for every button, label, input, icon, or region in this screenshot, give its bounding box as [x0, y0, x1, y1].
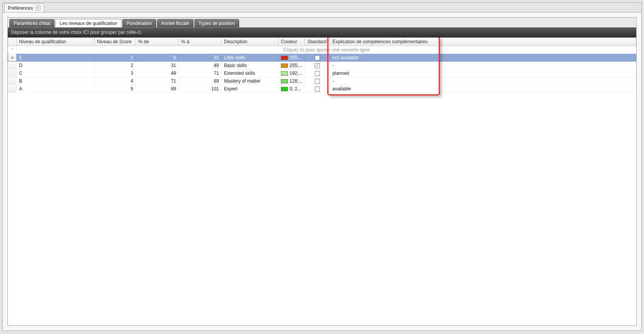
table-row[interactable]: A589101Expert0; 2...available — [8, 85, 636, 93]
cell-color[interactable]: 128;... — [279, 77, 305, 85]
cell-standard[interactable] — [305, 85, 330, 93]
col-header-pct-to[interactable]: % à — [179, 38, 222, 46]
color-swatch-icon — [281, 56, 288, 60]
cell-standard[interactable] — [305, 62, 330, 69]
new-row-marker: * — [8, 46, 17, 54]
data-grid[interactable]: Niveau de qualification Niveau de Score … — [8, 37, 636, 325]
color-swatch-icon — [281, 79, 288, 83]
row-indicator — [8, 77, 17, 85]
cell-pct-to[interactable]: 101 — [179, 85, 222, 93]
window-client: Paramètres d'état Les niveaux de qualifi… — [3, 12, 641, 330]
col-header-score[interactable]: Niveau de Score — [95, 38, 136, 46]
cell-color[interactable]: 0; 2... — [279, 85, 305, 93]
cell-description[interactable]: Expert — [222, 85, 279, 93]
cell-explanation[interactable]: - — [330, 62, 440, 69]
col-header-pct-from[interactable]: % de — [136, 38, 179, 46]
cell-pct-to[interactable]: 49 — [179, 62, 222, 69]
cell-pct-from[interactable]: 89 — [136, 85, 179, 93]
window-tabstrip: Préférences × — [3, 3, 641, 12]
row-indicator-header — [8, 38, 17, 46]
inner-panel: Paramètres d'état Les niveaux de qualifi… — [7, 17, 637, 326]
cell-standard[interactable] — [305, 69, 330, 77]
cell-description[interactable]: Basic skills — [222, 62, 279, 69]
cell-pct-from[interactable]: 49 — [136, 69, 179, 77]
cell-spacer — [440, 69, 636, 77]
tab-types-position[interactable]: Types de position — [194, 19, 239, 27]
col-header-explanation[interactable]: Explication de compétences complémentair… — [330, 38, 440, 46]
cell-score[interactable]: 2 — [95, 62, 136, 69]
header-row: Niveau de qualification Niveau de Score … — [8, 38, 636, 46]
cell-explanation[interactable]: available — [330, 85, 440, 93]
cell-qualification[interactable]: B — [17, 77, 95, 85]
col-header-spacer — [440, 38, 636, 46]
window-tab-preferences[interactable]: Préférences × — [4, 4, 44, 12]
cell-standard[interactable] — [305, 77, 330, 85]
color-swatch-icon — [281, 87, 288, 91]
cell-description[interactable]: Mastery of matter — [222, 77, 279, 85]
cell-standard[interactable] — [305, 54, 330, 62]
cell-color[interactable]: 255;... — [279, 54, 305, 62]
row-indicator — [8, 85, 17, 93]
standard-checkbox[interactable] — [315, 79, 320, 84]
standard-checkbox[interactable] — [315, 63, 320, 68]
table-row[interactable]: B47189Mastery of matter128;...- — [8, 77, 636, 85]
new-row[interactable]: * Cliquez ici pour ajouter une nouvelle … — [8, 46, 636, 54]
color-text: 255;... — [289, 63, 302, 68]
cell-score[interactable]: 1 — [95, 54, 136, 62]
cell-color[interactable]: 192;... — [279, 69, 305, 77]
inner-tabstrip: Paramètres d'état Les niveaux de qualifi… — [8, 18, 636, 27]
preferences-window: Préférences × Paramètres d'état Les nive… — [2, 2, 642, 331]
row-indicator — [8, 69, 17, 77]
cell-spacer — [440, 62, 636, 69]
cell-description[interactable]: Extended skills — [222, 69, 279, 77]
col-header-qualification[interactable]: Niveau de qualification — [17, 38, 95, 46]
color-text: 128;... — [289, 78, 302, 84]
cell-qualification[interactable]: A — [17, 85, 95, 93]
color-text: 0; 2... — [289, 86, 301, 92]
cell-color[interactable]: 255;... — [279, 62, 305, 69]
tab-annee-fiscale[interactable]: Année fiscale — [157, 19, 194, 27]
color-text: 255;... — [289, 55, 302, 60]
cell-pct-to[interactable]: 31 — [179, 54, 222, 62]
close-icon[interactable]: × — [35, 5, 41, 11]
cell-spacer — [440, 54, 636, 62]
cell-explanation[interactable]: not available — [330, 54, 440, 62]
cell-score[interactable]: 5 — [95, 85, 136, 93]
cell-score[interactable]: 3 — [95, 69, 136, 77]
qualification-table: Niveau de qualification Niveau de Score … — [8, 37, 636, 93]
cell-score[interactable]: 4 — [95, 77, 136, 85]
table-row[interactable]: >E1031Little skills255;...not available — [8, 54, 636, 62]
cell-qualification[interactable]: C — [17, 69, 95, 77]
cell-spacer — [440, 77, 636, 85]
group-by-bar[interactable]: Déposer la colonne de votre choix ICI po… — [8, 27, 636, 37]
col-header-standard[interactable]: Standard — [305, 38, 330, 46]
cell-description[interactable]: Little skills — [222, 54, 279, 62]
cell-pct-from[interactable]: 71 — [136, 77, 179, 85]
table-row[interactable]: D23149Basic skills255;...- — [8, 62, 636, 69]
tab-niveaux-qualification[interactable]: Les niveaux de qualification — [55, 19, 121, 27]
standard-checkbox[interactable] — [315, 71, 320, 76]
standard-checkbox[interactable] — [315, 55, 320, 60]
row-indicator — [8, 62, 17, 69]
tab-ponderation[interactable]: Pondération — [122, 19, 156, 27]
standard-checkbox[interactable] — [315, 87, 320, 92]
color-swatch-icon — [281, 71, 288, 76]
cell-pct-to[interactable]: 89 — [179, 77, 222, 85]
cell-explanation[interactable]: - — [330, 77, 440, 85]
cell-pct-to[interactable]: 71 — [179, 69, 222, 77]
cell-pct-from[interactable]: 0 — [136, 54, 179, 62]
cell-pct-from[interactable]: 31 — [136, 62, 179, 69]
col-header-color[interactable]: Couleur — [279, 38, 305, 46]
cell-spacer — [440, 85, 636, 93]
window-tab-label: Préférences — [8, 5, 33, 11]
row-indicator: > — [8, 54, 17, 62]
col-header-description[interactable]: Description — [222, 38, 279, 46]
table-row[interactable]: C34971Extended skills192;...planned — [8, 69, 636, 77]
tab-parametres-etat[interactable]: Paramètres d'état — [9, 19, 55, 27]
cell-qualification[interactable]: E — [17, 54, 95, 62]
cell-qualification[interactable]: D — [17, 62, 95, 69]
new-row-hint[interactable]: Cliquez ici pour ajouter une nouvelle li… — [17, 46, 636, 54]
color-text: 192;... — [289, 71, 302, 76]
color-swatch-icon — [281, 64, 288, 68]
cell-explanation[interactable]: planned — [330, 69, 440, 77]
